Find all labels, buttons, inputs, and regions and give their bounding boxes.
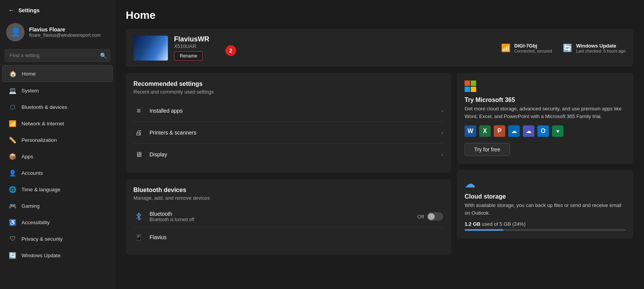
- update-sub: Last checked: 5 hours ago: [576, 49, 626, 53]
- try-for-free-button[interactable]: Try for free: [465, 143, 510, 156]
- sidebar-item-home[interactable]: 🏠 Home: [2, 65, 113, 82]
- device-model: X510UAR: [174, 43, 495, 49]
- sidebar-item-label-gaming: Gaming: [21, 203, 39, 209]
- sidebar-header: ← Settings: [0, 0, 115, 18]
- excel-icon: X: [479, 125, 491, 137]
- right-column: Try Microsoft 365 Get more cloud storage…: [457, 73, 633, 255]
- accessibility-icon: ♿: [8, 218, 17, 227]
- printers-label: Printers & scanners: [150, 130, 436, 136]
- back-button[interactable]: ←: [6, 5, 17, 15]
- sidebar-item-label-time: Time & language: [21, 187, 61, 192]
- sidebar-item-update[interactable]: 🔄 Windows Update: [2, 247, 113, 263]
- recommended-subtitle: Recent and commonly used settings: [133, 89, 443, 95]
- onedrive-icon: ☁: [508, 125, 520, 137]
- powerpoint-icon: P: [494, 125, 505, 137]
- recommended-title: Recommended settings: [133, 80, 443, 87]
- sidebar: ← Settings 👤 Flavius Floare floare_flavi…: [0, 0, 115, 289]
- sidebar-item-network[interactable]: 📶 Network & internet: [2, 115, 113, 131]
- sidebar-item-label-personalization: Personalization: [21, 137, 57, 143]
- flavius-device-row[interactable]: 📱 Flavius: [133, 227, 443, 247]
- profile-email: floare_flavius@windowsreport.com: [29, 33, 100, 38]
- search-input[interactable]: [5, 49, 110, 62]
- sidebar-item-bluetooth[interactable]: ⬡ Bluetooth & devices: [2, 99, 113, 115]
- profile-section[interactable]: 👤 Flavius Floare floare_flavius@windowsr…: [0, 18, 115, 48]
- time-icon: 🌐: [8, 185, 17, 194]
- sidebar-item-label-accounts: Accounts: [21, 170, 43, 176]
- svg-rect-0: [465, 80, 470, 86]
- sidebar-item-apps[interactable]: 📦 Apps: [2, 148, 113, 164]
- display-label: Display: [150, 151, 436, 158]
- wifi-status: 📶 DIGI-7Gbj Connected, secured: [501, 43, 552, 53]
- sidebar-item-privacy[interactable]: 🛡 Privacy & security: [2, 231, 113, 247]
- search-box[interactable]: 🔍: [5, 49, 110, 62]
- chevron-installed-apps: ›: [441, 108, 443, 114]
- bluetooth-toggle-row: Bluetooth Bluetooth is turned off Off: [133, 206, 443, 227]
- bluetooth-title: Bluetooth devices: [133, 187, 443, 194]
- bluetooth-devices-card: Bluetooth devices Manage, add, and remov…: [126, 179, 451, 255]
- bluetooth-toggle-container: Off: [417, 212, 443, 221]
- sidebar-item-label-apps: Apps: [21, 154, 33, 159]
- network-icon: 📶: [8, 119, 17, 128]
- page-title: Home: [126, 9, 633, 21]
- svg-rect-3: [471, 87, 476, 92]
- flavius-device-info: Flavius: [150, 234, 443, 240]
- nav-items: 🏠 Home 💻 System ⬡ Bluetooth & devices 📶 …: [0, 65, 115, 289]
- storage-text: 1.2 GB used of 5 GB (24%): [465, 221, 626, 227]
- app-title: Settings: [18, 7, 39, 13]
- windows-update-icon: 🔄: [563, 43, 572, 53]
- ms365-logo: [465, 80, 626, 93]
- sidebar-item-accounts[interactable]: 👤 Accounts: [2, 165, 113, 181]
- ms365-desc: Get more cloud storage, advanced securit…: [465, 105, 626, 120]
- bluetooth-row-sub: Bluetooth is turned off: [150, 217, 412, 222]
- wifi-icon: 📶: [501, 43, 511, 53]
- storage-used: 1.2 GB: [465, 221, 480, 227]
- main-content: 1 Home FlaviusWR X510UAR Rename 2 📶 DIGI…: [115, 0, 644, 289]
- installed-apps-icon: ≡: [133, 105, 144, 116]
- device-info: FlaviusWR X510UAR Rename: [174, 35, 495, 61]
- ms365-title: Try Microsoft 365: [465, 97, 626, 103]
- teams-icon: ☁: [523, 125, 534, 137]
- sidebar-item-label-home: Home: [22, 71, 36, 77]
- flavius-device-name: Flavius: [150, 234, 443, 240]
- rename-button[interactable]: Rename: [174, 51, 203, 61]
- wifi-info: DIGI-7Gbj Connected, secured: [514, 43, 552, 53]
- bluetooth-toggle[interactable]: [427, 212, 443, 221]
- sidebar-item-personalization[interactable]: ✏️ Personalization: [2, 132, 113, 148]
- search-icon: 🔍: [100, 53, 107, 59]
- update-label: Windows Update: [576, 43, 626, 49]
- device-status-items: 📶 DIGI-7Gbj Connected, secured 🔄 Windows…: [501, 43, 626, 53]
- display-icon: 🖥: [133, 149, 144, 160]
- bluetooth-row-info: Bluetooth Bluetooth is turned off: [150, 211, 412, 222]
- toggle-knob: [428, 213, 435, 220]
- callout-2: 2: [225, 45, 236, 56]
- printers-row[interactable]: 🖨 Printers & scanners ›: [133, 122, 443, 144]
- flavius-device-icon: 📱: [133, 232, 144, 243]
- storage-bar: [465, 229, 626, 231]
- svg-rect-1: [471, 80, 476, 86]
- installed-apps-row[interactable]: ≡ Installed apps ›: [133, 100, 443, 122]
- sidebar-item-system[interactable]: 💻 System: [2, 82, 113, 99]
- sidebar-item-label-update: Windows Update: [21, 253, 61, 258]
- device-thumbnail: [133, 36, 168, 61]
- display-row[interactable]: 🖥 Display ›: [133, 144, 443, 165]
- bluetooth-toggle-label: Off: [417, 214, 424, 220]
- sidebar-item-accessibility[interactable]: ♿ Accessibility: [2, 214, 113, 230]
- outlook-icon: O: [537, 125, 549, 137]
- bluetooth-row-name: Bluetooth: [150, 211, 412, 217]
- sidebar-item-label-accessibility: Accessibility: [21, 220, 50, 225]
- sidebar-item-gaming[interactable]: 🎮 Gaming: [2, 198, 113, 214]
- device-header: FlaviusWR X510UAR Rename 2 📶 DIGI-7Gbj C…: [126, 29, 633, 67]
- gaming-icon: 🎮: [8, 202, 17, 210]
- bluetooth-bt-icon: [133, 211, 144, 222]
- word-icon: W: [465, 125, 476, 137]
- storage-fill: [465, 229, 503, 231]
- avatar: 👤: [6, 23, 25, 41]
- cloud-storage-card: ☁ Cloud storage With available storage, …: [457, 170, 633, 238]
- cloud-icon: ☁: [465, 177, 626, 190]
- wifi-label: DIGI-7Gbj: [514, 43, 552, 49]
- sidebar-item-time[interactable]: 🌐 Time & language: [2, 181, 113, 197]
- update-icon: 🔄: [8, 251, 17, 259]
- update-info: Windows Update Last checked: 5 hours ago: [576, 43, 626, 53]
- storage-detail: used of 5 GB (24%): [482, 221, 526, 227]
- installed-apps-label: Installed apps: [150, 108, 436, 114]
